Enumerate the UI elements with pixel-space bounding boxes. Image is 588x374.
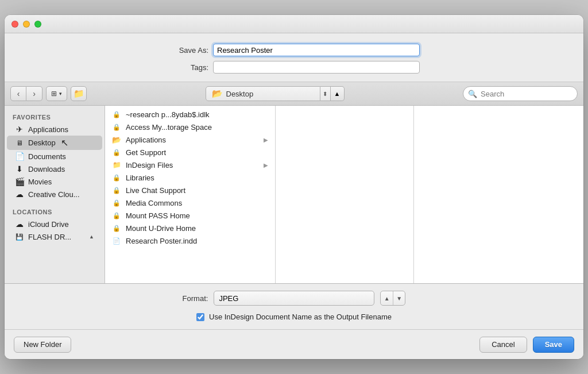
format-stepper: ▲ ▼ [380, 291, 405, 306]
indesign-name-checkbox[interactable] [196, 313, 204, 321]
file-item-live-chat[interactable]: 🔒 Live Chat Support [105, 184, 275, 196]
file-item-media-commons[interactable]: 🔒 Media Commons [105, 196, 275, 209]
expand-button[interactable]: ▲ [331, 86, 345, 101]
sidebar-item-flash[interactable]: 💾 FLASH DR... ▲ [7, 230, 102, 243]
titlebar [5, 15, 583, 33]
form-section: Save As: Tags: [5, 33, 583, 82]
sidebar-icloud-label: iCloud Drive [28, 220, 69, 229]
media-commons-icon: 🔒 [112, 198, 121, 207]
sidebar-item-desktop[interactable]: 🖥 Desktop ↖ [7, 136, 102, 150]
creative-cloud-icon: ☁ [15, 190, 24, 199]
search-box[interactable]: 🔍 [463, 86, 578, 101]
nav-group: ‹ › [10, 86, 42, 101]
file-name-indesign: InDesign Files [126, 161, 259, 169]
stepper-up-button[interactable]: ▲ [381, 291, 393, 305]
file-name-mount-u-drive: Mount U-Drive Home [126, 224, 268, 233]
sidebar-item-documents[interactable]: 📄 Documents [7, 150, 102, 163]
back-button[interactable]: ‹ [10, 86, 26, 101]
file-item-mount-u-drive[interactable]: 🔒 Mount U-Drive Home [105, 222, 275, 234]
sidebar-item-movies[interactable]: 🎬 Movies [7, 175, 102, 188]
location-bar: 📂 Desktop ⬍ ▲ [90, 86, 459, 101]
research-poster-icon: 📄 [112, 236, 121, 245]
sidebar-item-creative-cloud[interactable]: ☁ Creative Clou... [7, 188, 102, 201]
live-chat-icon: 🔒 [112, 186, 121, 195]
location-folder-icon: 📂 [212, 88, 223, 99]
minimize-button[interactable] [23, 21, 30, 28]
indesign-folder-icon: 📁 [112, 160, 121, 169]
save-as-label: Save As: [168, 46, 208, 55]
view-toggle-button[interactable]: ⊞ ▾ [46, 86, 67, 101]
format-label: Format: [183, 294, 208, 303]
search-input[interactable] [481, 90, 572, 98]
file-item-research-poster[interactable]: 📄 Research Poster.indd [105, 234, 275, 247]
checkbox-label: Use InDesign Document Name as the Output… [209, 313, 392, 321]
locations-section-label: Locations [5, 205, 105, 218]
file-name-applications: Applications [126, 136, 259, 144]
file-item-lock[interactable]: 🔒 ~research p...8ydab$.idlk [105, 108, 275, 121]
main-area: Favorites ✈ Applications 🖥 Desktop ↖ 📄 D… [5, 106, 583, 284]
sidebar-item-icloud[interactable]: ☁ iCloud Drive [7, 218, 102, 230]
favorites-section-label: Favorites [5, 110, 105, 123]
file-name-libraries: Libraries [126, 173, 268, 182]
desktop-icon: 🖥 [15, 138, 24, 148]
toolbar: ‹ › ⊞ ▾ 📁 📂 Desktop ⬍ ▲ 🔍 [5, 82, 583, 106]
stepper-down-button[interactable]: ▼ [393, 291, 405, 305]
tags-label: Tags: [168, 63, 208, 72]
forward-button[interactable]: › [26, 86, 42, 101]
access-icon: 🔒 [112, 122, 121, 132]
save-button[interactable]: Save [533, 337, 574, 353]
arrow-applications: ▶ [264, 137, 268, 143]
file-item-mount-pass[interactable]: 🔒 Mount PASS Home [105, 209, 275, 222]
file-item-access[interactable]: 🔒 Access My...torage Space [105, 121, 275, 133]
sidebar-movies-label: Movies [28, 178, 52, 186]
cancel-button[interactable]: Cancel [479, 337, 527, 353]
bottom-left: New Folder [14, 337, 71, 353]
file-name-research-poster: Research Poster.indd [126, 237, 268, 245]
mount-u-drive-icon: 🔒 [112, 223, 121, 233]
file-name-live-chat: Live Chat Support [126, 186, 268, 195]
sidebar-creative-cloud-label: Creative Clou... [28, 190, 80, 199]
bottom-bar: New Folder Cancel Save [5, 329, 583, 359]
sidebar-item-downloads[interactable]: ⬇ Downloads [7, 163, 102, 175]
sidebar-item-applications[interactable]: ✈ Applications [7, 123, 102, 136]
movies-icon: 🎬 [15, 177, 24, 186]
save-as-input[interactable] [213, 44, 420, 56]
cursor-indicator: ↖ [61, 137, 68, 148]
get-support-icon: 🔒 [112, 148, 121, 157]
file-item-applications[interactable]: 📂 Applications ▶ [105, 133, 275, 146]
expand-icon: ▲ [334, 90, 341, 97]
file-name-lock: ~research p...8ydab$.idlk [126, 110, 268, 119]
close-button[interactable] [11, 21, 18, 28]
save-as-row: Save As: [22, 44, 566, 56]
file-item-indesign[interactable]: 📁 InDesign Files ▶ [105, 159, 275, 171]
format-select[interactable]: JPEG PNG PDF TIFF EPS [214, 291, 374, 306]
expand-arrow: ▲ [89, 234, 94, 240]
sidebar-desktop-label: Desktop [28, 138, 56, 147]
forward-icon: › [33, 89, 36, 98]
downloads-icon: ⬇ [15, 164, 24, 173]
format-select-wrapper: JPEG PNG PDF TIFF EPS [214, 291, 374, 306]
maximize-button[interactable] [34, 21, 41, 28]
lock-file-icon: 🔒 [112, 110, 121, 119]
location-chevron-button[interactable]: ⬍ [320, 86, 331, 101]
sidebar-documents-label: Documents [28, 152, 66, 161]
libraries-icon: 🔒 [112, 173, 121, 182]
sidebar-applications-label: Applications [28, 125, 68, 134]
sidebar-flash-label: FLASH DR... [28, 233, 71, 241]
file-item-get-support[interactable]: 🔒 Get Support [105, 146, 275, 159]
sidebar-downloads-label: Downloads [28, 165, 65, 173]
new-folder-button[interactable]: New Folder [14, 337, 71, 353]
bottom-right: Cancel Save [479, 337, 574, 353]
tags-input[interactable] [213, 61, 420, 74]
file-name-mount-pass: Mount PASS Home [126, 211, 268, 220]
new-folder-toolbar-button[interactable]: 📁 [71, 86, 87, 101]
flash-icon: 💾 [15, 232, 24, 241]
sidebar: Favorites ✈ Applications 🖥 Desktop ↖ 📄 D… [5, 106, 105, 283]
location-dropdown[interactable]: 📂 Desktop [206, 86, 320, 101]
file-item-libraries[interactable]: 🔒 Libraries [105, 171, 275, 184]
view-chevron-icon: ▾ [59, 91, 62, 97]
format-row: Format: JPEG PNG PDF TIFF EPS ▲ ▼ [5, 284, 583, 310]
back-icon: ‹ [17, 89, 20, 98]
documents-icon: 📄 [15, 152, 24, 161]
checkbox-row: Use InDesign Document Name as the Output… [5, 310, 583, 329]
